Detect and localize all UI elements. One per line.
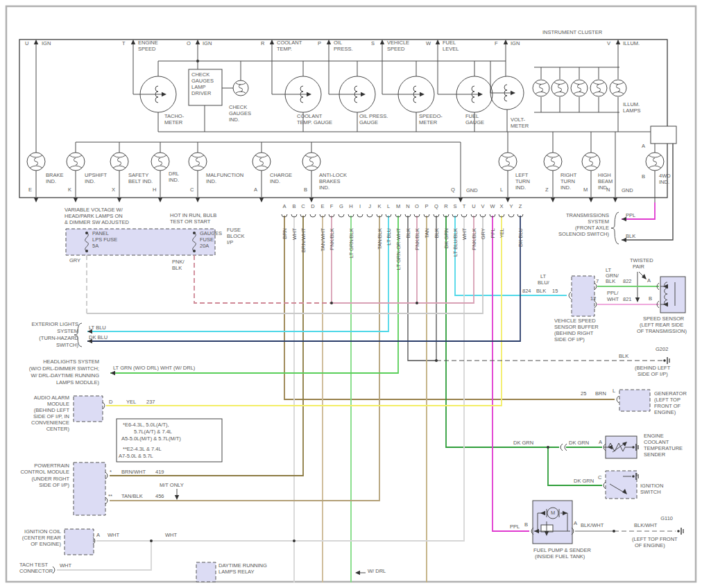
label: DRIVER (191, 91, 211, 96)
bulb-arc (574, 83, 585, 85)
up-arrowhead (270, 40, 274, 44)
cluster-title: INSTRUMENT CLUSTER (542, 30, 602, 35)
wiring-diagram-page: ABRNBWHTCBRN/WHTDETAN/WHTFPNK/BLKGHLT GR… (0, 0, 702, 588)
connector-pin-arc (367, 214, 373, 217)
junction-dot (150, 539, 153, 542)
pcm-label: POWERTRAIN (34, 463, 69, 469)
label: SIDE OF I/P) (554, 337, 585, 343)
wire-color-label: LT GRN/BLK (348, 228, 354, 258)
connector-pin-letter: M (396, 203, 400, 209)
label: LAMP (191, 85, 205, 90)
wire-color-label: DK GRN (443, 228, 450, 248)
label: T (122, 41, 126, 46)
label: IGN (42, 41, 51, 46)
label: A (647, 278, 651, 284)
transmissions-label: TRANSMISSIONS (566, 213, 609, 218)
label: 5.7L(A/T) & 7.4L (134, 429, 172, 435)
label: PRESS. (334, 46, 353, 52)
connector-pin-letter: Q (434, 203, 438, 209)
label: PAIR (633, 264, 644, 270)
label: GND (466, 188, 478, 193)
label: X (112, 187, 115, 193)
label: (BEHIND LEFT (34, 408, 69, 413)
wire-color-label: WHT (461, 228, 468, 240)
label: PPL/ (607, 291, 618, 296)
connector-pin-letter: U (472, 203, 475, 209)
label: V (607, 41, 610, 46)
bulb-arc (554, 92, 565, 94)
down-arrowhead (551, 198, 555, 202)
wire-color-label: LT BLU/BLK (452, 228, 459, 257)
label: * (110, 469, 112, 475)
brace (611, 212, 619, 244)
label: O (187, 41, 191, 46)
bulb-arc (547, 155, 559, 157)
bulb-arc (255, 166, 268, 168)
label: OF ENGINE) (31, 542, 61, 547)
label: ENGINE) (654, 410, 676, 415)
label: BLOCK (227, 234, 244, 239)
label: L (500, 187, 503, 193)
label: IND. (85, 179, 95, 184)
label: BLK (626, 234, 635, 239)
label: MALFUNCTION (206, 173, 243, 178)
label: 456 (155, 494, 164, 499)
speedometer-label: SPEEDO- (419, 114, 443, 119)
speed-sensor-box (660, 277, 685, 313)
bulb-arc (154, 166, 166, 168)
label: SYSTEM (588, 219, 609, 225)
connector-pin-letter: K (377, 203, 381, 209)
label: ANTI-LOCK (319, 173, 347, 178)
bulb-filament (558, 85, 562, 92)
ground-symbol (663, 359, 666, 362)
coolant-gauge-label: COOLANT (297, 114, 322, 119)
label: (BEHIND RIGHT (554, 331, 593, 336)
label: SYSTEM (57, 329, 78, 334)
label: SPEED (387, 46, 404, 52)
label: *E6-4.3L, 5.0L(A/T), (123, 422, 169, 428)
label: PPL (626, 213, 635, 218)
label: TEMPERATURE (644, 446, 683, 451)
label: IND. (229, 117, 239, 123)
label: IND. (206, 179, 216, 184)
wire-color-label: PPL (490, 228, 496, 238)
label: U (25, 41, 28, 46)
wire-w-ppl (493, 216, 529, 531)
label: OIL (334, 40, 342, 46)
label: 824 (522, 288, 531, 294)
connector-pin-arc (617, 396, 619, 403)
label: GND (622, 188, 633, 193)
label: Z (545, 187, 549, 193)
wire-n-blk (408, 216, 436, 361)
ground-symbol (632, 446, 635, 449)
label: A (96, 533, 100, 538)
bulb-arc (554, 83, 565, 85)
vssb-label: VEHICLE SPEED (554, 318, 596, 324)
up-arrowhead (131, 40, 135, 44)
bulb-arc (255, 155, 268, 157)
bulb-arc (69, 155, 82, 157)
wire-color-label: TAN (424, 228, 430, 238)
label: UPSHIFT (85, 173, 107, 178)
label: BLK (536, 288, 546, 294)
bulb-arc (547, 166, 559, 168)
label: (LEFT TOP FRONT (632, 537, 678, 542)
up-arrowhead (380, 40, 384, 44)
ground-symbol (677, 530, 680, 533)
bulb-arc (502, 155, 514, 157)
label: CONVENIENCE (31, 420, 69, 426)
label: LT BLU (89, 325, 106, 331)
label: DK BLU (89, 335, 108, 340)
bulb-filament (597, 85, 601, 92)
down-arrowhead (506, 198, 510, 202)
label: BEAM (598, 179, 613, 184)
label: TEST OR START (170, 219, 210, 225)
label: GRY (69, 258, 80, 263)
label: BRAKES (319, 179, 340, 184)
bulb-arc (113, 166, 126, 168)
label: 7 (596, 279, 599, 284)
4wd-connector-box (651, 126, 676, 144)
label: A5-5.0L(M/T) & 5.7L(M/T) (121, 436, 181, 442)
ignition-coil-box (65, 529, 94, 555)
connector-pin-letter: R (444, 203, 448, 209)
